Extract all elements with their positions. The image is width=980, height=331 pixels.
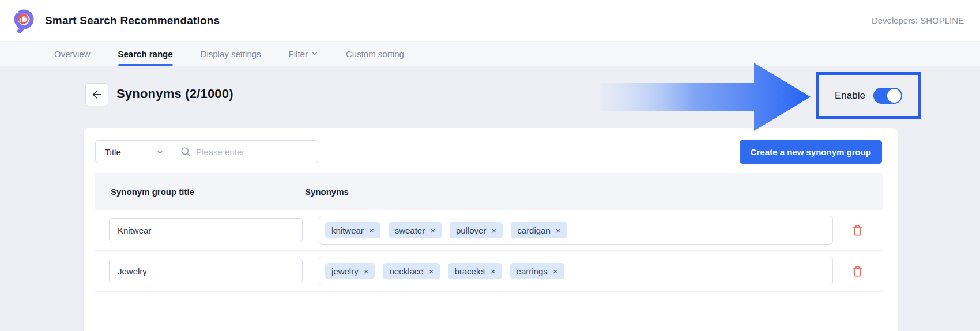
tab-display-settings[interactable]: Display settings xyxy=(201,42,261,66)
synonym-tag-label: cardigan xyxy=(517,225,551,235)
chevron-down-icon xyxy=(156,148,164,156)
enable-label: Enable xyxy=(835,90,865,101)
tab-custom-sorting[interactable]: Custom sorting xyxy=(346,42,404,66)
synonyms-card: Title Create a new synonym group Synonym… xyxy=(84,128,898,331)
synonym-tag: pullover× xyxy=(450,222,503,238)
table-header-row: Synonym group title Synonyms xyxy=(95,173,883,210)
tab-overview-label: Overview xyxy=(54,49,91,59)
synonyms-cell: jewelry×necklace×bracelet×earrings× xyxy=(319,257,833,285)
create-synonym-group-button[interactable]: Create a new synonym group xyxy=(740,140,882,164)
synonym-tag: earrings× xyxy=(510,263,564,279)
app-logo-icon xyxy=(12,8,37,33)
synonym-tag: cardigan× xyxy=(511,222,567,238)
filter-field-select[interactable]: Title xyxy=(96,141,172,163)
tab-bar: Overview Search range Display settings F… xyxy=(0,42,980,66)
trash-icon xyxy=(851,223,864,237)
search-filter-group: Title xyxy=(95,140,318,163)
annotation-arrow-graphic xyxy=(600,60,812,134)
synonyms-cell: knitwear×sweater×pullover×cardigan× xyxy=(319,216,833,245)
remove-tag-icon[interactable]: × xyxy=(491,226,496,235)
enable-highlight-box: Enable xyxy=(816,72,921,119)
toggle-knob xyxy=(887,89,901,103)
synonym-tag: jewelry× xyxy=(325,263,375,279)
back-arrow-icon xyxy=(91,89,103,100)
developers-label: Developers: SHOPLINE xyxy=(872,16,964,25)
synonyms-table: Synonym group title Synonyms knitwear×sw… xyxy=(95,173,883,292)
column-header-title: Synonym group title xyxy=(95,187,304,197)
tab-custom-sorting-label: Custom sorting xyxy=(346,49,404,59)
enable-toggle[interactable] xyxy=(873,88,902,104)
remove-tag-icon[interactable]: × xyxy=(364,267,369,276)
page-title: Synonyms (2/1000) xyxy=(116,86,233,101)
tab-filter-label: Filter xyxy=(289,49,308,59)
column-header-synonyms: Synonyms xyxy=(304,187,349,197)
synonym-tag-label: necklace xyxy=(389,266,423,276)
app-header: Smart Search Recommendations Developers:… xyxy=(0,0,980,42)
search-icon xyxy=(180,146,191,157)
search-input-wrapper xyxy=(172,141,318,163)
tab-display-settings-label: Display settings xyxy=(201,49,261,59)
tab-search-range-label: Search range xyxy=(118,49,173,59)
remove-tag-icon[interactable]: × xyxy=(430,226,435,235)
remove-tag-icon[interactable]: × xyxy=(553,267,558,276)
group-title-cell xyxy=(95,259,304,283)
remove-tag-icon[interactable]: × xyxy=(429,267,434,276)
synonym-tag-label: earrings xyxy=(517,266,548,276)
remove-tag-icon[interactable]: × xyxy=(556,226,561,235)
trash-icon xyxy=(851,264,864,278)
synonym-tag: knitwear× xyxy=(325,222,380,238)
table-row: knitwear×sweater×pullover×cardigan× xyxy=(95,210,883,251)
filter-selected-value: Title xyxy=(105,147,156,157)
remove-tag-icon[interactable]: × xyxy=(369,226,374,235)
synonym-tag-label: sweater xyxy=(395,225,425,235)
search-input[interactable] xyxy=(196,147,311,157)
synonym-tag: bracelet× xyxy=(448,263,502,279)
chevron-down-icon xyxy=(311,50,318,57)
synonym-tag: sweater× xyxy=(389,222,442,238)
synonym-tag-label: pullover xyxy=(456,225,487,235)
delete-row-button[interactable] xyxy=(851,223,864,237)
page-content: Synonyms (2/1000) Enable Title xyxy=(0,66,980,331)
synonym-tag: necklace× xyxy=(383,263,440,279)
tab-filter[interactable]: Filter xyxy=(289,42,318,66)
card-toolbar: Title Create a new synonym group xyxy=(84,128,898,173)
synonym-tag-label: jewelry xyxy=(331,266,359,276)
tab-overview[interactable]: Overview xyxy=(54,42,91,66)
synonyms-tag-box[interactable]: knitwear×sweater×pullover×cardigan× xyxy=(319,216,833,245)
table-row: jewelry×necklace×bracelet×earrings× xyxy=(95,251,883,292)
delete-row-button[interactable] xyxy=(851,264,864,278)
group-title-input[interactable] xyxy=(109,259,303,283)
remove-tag-icon[interactable]: × xyxy=(491,267,496,276)
back-button[interactable] xyxy=(85,83,108,106)
synonyms-tag-box[interactable]: jewelry×necklace×bracelet×earrings× xyxy=(319,257,833,285)
synonym-tag-label: bracelet xyxy=(454,266,485,276)
synonym-tag-label: knitwear xyxy=(331,225,364,235)
group-title-input[interactable] xyxy=(109,218,303,242)
tab-search-range[interactable]: Search range xyxy=(118,42,173,66)
app-title: Smart Search Recommendations xyxy=(45,14,220,27)
group-title-cell xyxy=(95,218,304,242)
